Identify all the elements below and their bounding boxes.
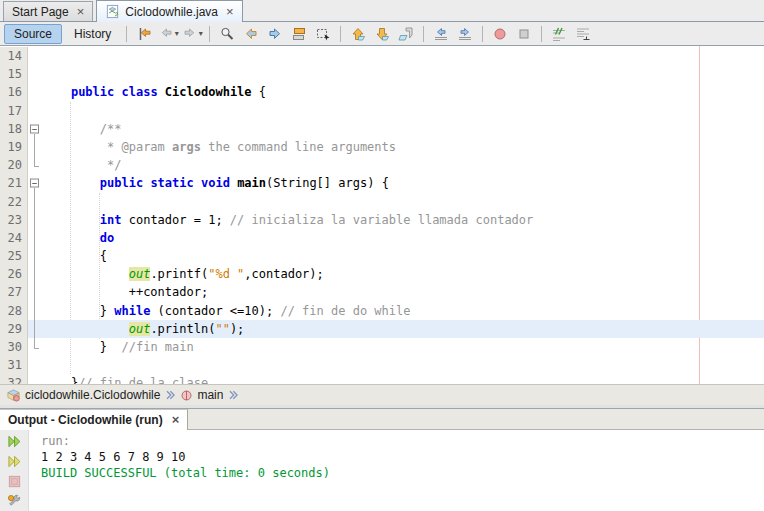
- line-number[interactable]: 16: [0, 83, 28, 101]
- code-line-26[interactable]: 26 out.printf("%d ",contador);: [0, 265, 764, 283]
- uncomment-button[interactable]: [572, 24, 594, 44]
- find-next-button[interactable]: [264, 24, 286, 44]
- line-number[interactable]: 31: [0, 356, 28, 374]
- forward-button[interactable]: ▾: [181, 24, 203, 44]
- output-toolbar: [0, 430, 29, 511]
- output-text[interactable]: run:1 2 3 4 5 6 7 8 9 10BUILD SUCCESSFUL…: [29, 430, 764, 511]
- line-number[interactable]: 25: [0, 247, 28, 265]
- breadcrumb-class-item[interactable]: ciclodowhile.Ciclodowhile: [6, 388, 176, 403]
- code-line-25[interactable]: 25 {: [0, 247, 764, 265]
- line-number[interactable]: 29: [0, 320, 28, 338]
- line-number[interactable]: 18: [0, 120, 28, 138]
- last-edit-location-button[interactable]: [133, 24, 155, 44]
- code-text: out.printf("%d ",contador);: [42, 265, 764, 283]
- toggle-bookmark-button[interactable]: [395, 24, 417, 44]
- breadcrumb-class-label: ciclodowhile.Ciclodowhile: [25, 388, 160, 402]
- code-line-29[interactable]: 29 out.println("");: [0, 320, 764, 338]
- code-line-15[interactable]: 15: [0, 65, 764, 83]
- method-icon: [180, 389, 193, 402]
- code-area[interactable]: 141516 public class Ciclodowhile {1718 /…: [0, 46, 764, 384]
- toolbar-separator: [423, 26, 424, 42]
- previous-bookmark-button[interactable]: [347, 24, 369, 44]
- code-editor[interactable]: 141516 public class Ciclodowhile {1718 /…: [0, 46, 764, 384]
- code-line-27[interactable]: 27 ++contador;: [0, 283, 764, 301]
- back-button[interactable]: ▾: [157, 24, 179, 44]
- rerun-button[interactable]: [4, 434, 24, 450]
- breadcrumb-method-item[interactable]: main: [180, 388, 239, 402]
- line-number[interactable]: 21: [0, 174, 28, 192]
- rerun-changes-button[interactable]: [4, 454, 24, 470]
- code-line-31[interactable]: 31: [0, 356, 764, 374]
- line-number[interactable]: 23: [0, 211, 28, 229]
- toolbar-separator: [209, 26, 210, 42]
- output-window: Output - Ciclodowhile (run) × run:1 2 3 …: [0, 409, 764, 511]
- editor-toolbar: Source History ▾▾: [0, 22, 764, 46]
- line-number[interactable]: 30: [0, 338, 28, 356]
- close-icon[interactable]: ×: [172, 415, 180, 425]
- toolbar-separator: [541, 26, 542, 42]
- code-text: [42, 193, 764, 211]
- line-number[interactable]: 19: [0, 138, 28, 156]
- code-line-30[interactable]: 30 } //fin main: [0, 338, 764, 356]
- line-number[interactable]: 26: [0, 265, 28, 283]
- code-line-17[interactable]: 17: [0, 102, 764, 120]
- code-fold-toggle-icon[interactable]: [28, 120, 42, 138]
- dropdown-arrow-icon[interactable]: ▾: [175, 29, 179, 38]
- code-text: /**: [42, 120, 764, 138]
- output-body: run:1 2 3 4 5 6 7 8 9 10BUILD SUCCESSFUL…: [0, 430, 764, 511]
- line-number[interactable]: 27: [0, 283, 28, 301]
- rectangular-selection-button[interactable]: [312, 24, 334, 44]
- code-line-18[interactable]: 18 /**: [0, 120, 764, 138]
- find-previous-button[interactable]: [240, 24, 262, 44]
- toolbar-separator: [126, 26, 127, 42]
- code-fold-toggle-icon[interactable]: [28, 174, 42, 192]
- line-number[interactable]: 22: [0, 193, 28, 211]
- line-number[interactable]: 32: [0, 374, 28, 384]
- tab-start-page[interactable]: Start Page ×: [3, 1, 93, 21]
- line-number[interactable]: 15: [0, 65, 28, 83]
- history-toggle-button[interactable]: History: [64, 24, 121, 44]
- fold-column: [28, 283, 42, 301]
- code-line-22[interactable]: 22: [0, 193, 764, 211]
- code-text: do: [42, 229, 764, 247]
- code-line-20[interactable]: 20 */: [0, 156, 764, 174]
- output-tab[interactable]: Output - Ciclodowhile (run) ×: [0, 409, 188, 430]
- line-number[interactable]: 24: [0, 229, 28, 247]
- code-line-23[interactable]: 23 int contador = 1; // inicializa la va…: [0, 211, 764, 229]
- close-icon[interactable]: ×: [77, 7, 85, 17]
- line-number[interactable]: 17: [0, 102, 28, 120]
- code-line-21[interactable]: 21 public static void main(String[] args…: [0, 174, 764, 192]
- code-line-19[interactable]: 19 * @param args the command line argume…: [0, 138, 764, 156]
- toggle-highlight-button[interactable]: [288, 24, 310, 44]
- line-number[interactable]: 20: [0, 156, 28, 174]
- dropdown-arrow-icon[interactable]: ▾: [199, 29, 203, 38]
- record-macro-button[interactable]: [489, 24, 511, 44]
- options-button[interactable]: [4, 493, 24, 509]
- source-toggle-button[interactable]: Source: [4, 24, 62, 44]
- breadcrumb: ciclodowhile.Ciclodowhile main: [0, 384, 764, 405]
- stop-macro-button[interactable]: [513, 24, 535, 44]
- close-icon[interactable]: ×: [226, 7, 234, 17]
- comment-button[interactable]: [548, 24, 570, 44]
- code-line-14[interactable]: 14: [0, 47, 764, 65]
- chevron-right-icon: [227, 389, 239, 401]
- shift-right-button[interactable]: [454, 24, 476, 44]
- toolbar-separator: [340, 26, 341, 42]
- class-icon: [6, 388, 21, 403]
- code-text: [42, 102, 764, 120]
- code-line-16[interactable]: 16 public class Ciclodowhile {: [0, 83, 764, 101]
- line-number[interactable]: 14: [0, 47, 28, 65]
- code-line-28[interactable]: 28 } while (contador <=10); // fin de do…: [0, 302, 764, 320]
- code-line-24[interactable]: 24 do: [0, 229, 764, 247]
- code-text: [42, 356, 764, 374]
- code-line-32[interactable]: 32 }// fin de la clase: [0, 374, 764, 384]
- stop-button[interactable]: [4, 474, 24, 490]
- code-text: out.println("");: [42, 320, 764, 338]
- tab-ciclodowhile-java[interactable]: Ciclodowhile.java ×: [96, 0, 242, 22]
- next-bookmark-button[interactable]: [371, 24, 393, 44]
- find-selection-button[interactable]: [216, 24, 238, 44]
- fold-column: [28, 156, 42, 174]
- line-number[interactable]: 28: [0, 302, 28, 320]
- shift-left-button[interactable]: [430, 24, 452, 44]
- chevron-right-icon: [164, 389, 176, 401]
